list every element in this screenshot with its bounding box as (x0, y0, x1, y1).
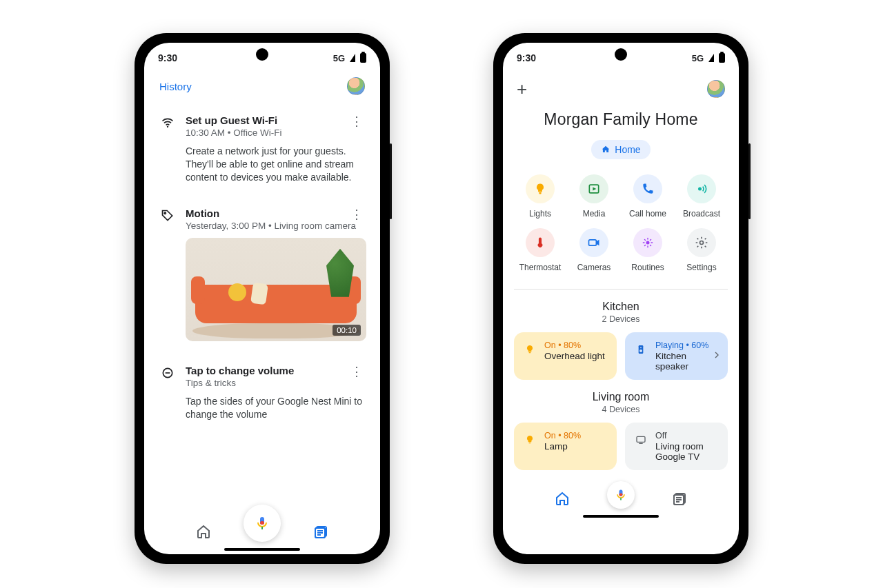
svg-rect-10 (589, 240, 597, 245)
shortcut-media[interactable]: Media (573, 174, 615, 219)
room-header-living-room[interactable]: Living room 4 Devices (503, 391, 739, 414)
activity-feed: Set up Guest Wi-Fi 10:30 AM • Office Wi-… (144, 103, 380, 503)
svg-point-0 (167, 126, 168, 128)
status-time: 9:30 (517, 52, 536, 63)
broadcast-icon (687, 174, 716, 203)
speaker-icon (633, 342, 648, 357)
front-camera-dot (256, 48, 268, 61)
phone-icon (633, 174, 662, 203)
shortcut-label: Cameras (577, 263, 611, 272)
shortcut-label: Broadcast (683, 209, 720, 219)
svg-point-11 (646, 241, 650, 245)
shortcut-label: Media (583, 209, 606, 219)
signal-icon (350, 54, 355, 62)
bottom-nav (503, 470, 739, 521)
room-name: Living room (503, 391, 739, 403)
media-icon (579, 174, 608, 203)
shortcut-label: Settings (686, 263, 716, 272)
svg-rect-18 (619, 494, 623, 496)
assistant-mic-button[interactable] (244, 505, 281, 542)
home-chip-label: Home (615, 144, 640, 155)
room-header-kitchen[interactable]: Kitchen 2 Devices (503, 301, 739, 324)
light-icon (522, 432, 537, 447)
light-icon (526, 174, 555, 203)
settings-icon (687, 228, 716, 257)
device-status: Playing • 60% (655, 341, 720, 350)
motion-tag-icon (159, 207, 176, 341)
front-camera-dot (615, 48, 627, 61)
chevron-right-icon (711, 349, 722, 363)
shortcut-settings[interactable]: Settings (681, 228, 722, 272)
gesture-bar (224, 548, 300, 551)
tab-home[interactable] (550, 487, 574, 510)
gesture-bar (583, 515, 659, 518)
device-card-living-room-tv[interactable]: Off Living room Google TV (625, 423, 728, 470)
avatar[interactable] (347, 77, 365, 95)
shortcut-grid: Lights Media Call home Broadcast (503, 168, 739, 285)
shortcut-routines[interactable]: Routines (627, 228, 668, 272)
feed-subtitle: Tips & tricks (186, 378, 365, 388)
status-network: 5G (333, 53, 345, 63)
feed-item-motion[interactable]: Motion Yesterday, 3:00 PM • Living room … (157, 196, 368, 354)
shortcut-call-home[interactable]: Call home (627, 174, 668, 219)
device-card-overhead-light[interactable]: On • 80% Overhead light (514, 332, 617, 380)
device-name: Overhead light (544, 351, 605, 361)
device-status: On • 80% (544, 431, 581, 440)
feed-subtitle: 10:30 AM • Office Wi-Fi (186, 128, 365, 138)
room-device-count: 4 Devices (503, 405, 739, 414)
feed-title: Motion (186, 207, 366, 219)
thermostat-icon (526, 228, 555, 257)
add-button[interactable]: + (517, 80, 527, 98)
shortcut-label: Thermostat (519, 263, 562, 272)
device-card-lamp[interactable]: On • 80% Lamp (514, 423, 617, 470)
device-card-kitchen-speaker[interactable]: Playing • 60% Kitchen speaker (625, 332, 728, 380)
assistant-mic-button[interactable] (607, 481, 635, 509)
shortcut-cameras[interactable]: Cameras (573, 228, 615, 272)
phone-frame-right: 9:30 5G + Morgan Family Home Home (493, 33, 748, 564)
battery-icon (719, 53, 725, 63)
home-selector-chip[interactable]: Home (591, 140, 650, 159)
screen-right: 9:30 5G + Morgan Family Home Home (503, 43, 739, 554)
shortcut-lights[interactable]: Lights (519, 174, 561, 219)
feed-item-wifi[interactable]: Set up Guest Wi-Fi 10:30 AM • Office Wi-… (157, 103, 368, 196)
screenshot-stage: 9:30 5G History (0, 0, 883, 588)
svg-point-12 (700, 241, 704, 245)
feed-title: Set up Guest Wi-Fi (186, 114, 365, 126)
shortcut-thermostat[interactable]: Thermostat (519, 228, 561, 272)
tab-home[interactable] (192, 520, 215, 543)
home-chip-icon (601, 145, 611, 154)
svg-rect-4 (260, 521, 264, 525)
more-icon[interactable]: ⋮ (348, 206, 365, 223)
shortcut-label: Lights (529, 209, 551, 219)
status-time: 9:30 (158, 52, 177, 63)
more-icon[interactable]: ⋮ (348, 113, 365, 130)
feed-item-tip[interactable]: Tap to change volume Tips & tricks Tap t… (157, 354, 368, 434)
motion-clip-thumbnail[interactable]: 00:10 (186, 238, 366, 341)
room-name: Kitchen (503, 301, 739, 313)
svg-point-9 (698, 187, 702, 191)
phone-frame-left: 9:30 5G History (135, 33, 390, 564)
routines-icon (633, 228, 662, 257)
shortcut-broadcast[interactable]: Broadcast (681, 174, 722, 219)
bottom-nav (144, 503, 380, 554)
feed-subtitle: Yesterday, 3:00 PM • Living room camera (186, 221, 366, 231)
device-name: Living room Google TV (655, 441, 720, 462)
device-status: Off (655, 431, 720, 440)
feed-title: Tap to change volume (186, 365, 365, 376)
signal-icon (708, 54, 714, 62)
feed-description: Tap the sides of your Google Nest Mini t… (186, 395, 365, 421)
more-icon[interactable]: ⋮ (348, 363, 365, 380)
home-title: Morgan Family Home (503, 110, 739, 129)
avatar[interactable] (707, 80, 725, 98)
status-network: 5G (692, 53, 704, 63)
svg-point-1 (164, 212, 166, 214)
screen-left: 9:30 5G History (144, 43, 380, 554)
device-name: Lamp (544, 441, 581, 452)
camera-icon (579, 228, 608, 257)
tab-feed[interactable] (310, 520, 333, 543)
tab-feed[interactable] (668, 487, 692, 510)
device-status: On • 80% (544, 341, 605, 350)
feed-description: Create a network just for your guests. T… (186, 145, 365, 184)
history-link[interactable]: History (159, 81, 192, 92)
divider (514, 289, 728, 290)
